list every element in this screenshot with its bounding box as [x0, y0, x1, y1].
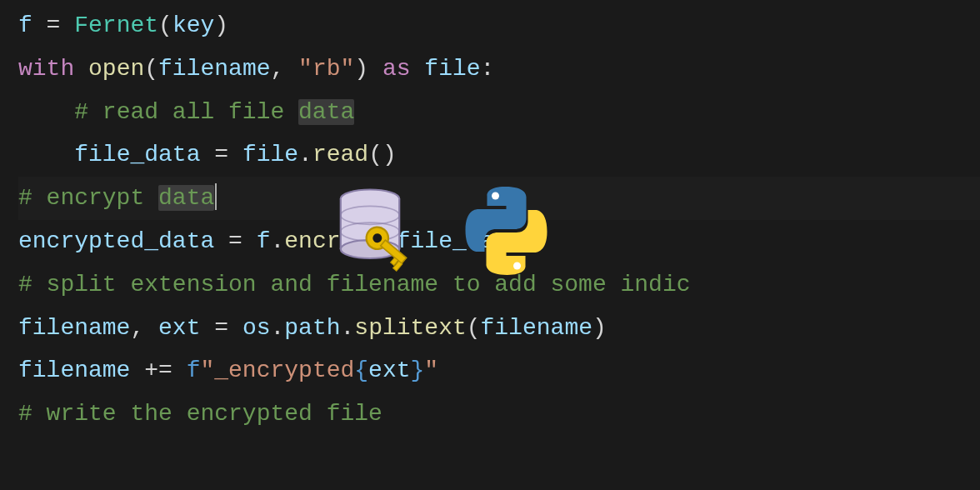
argument: filename: [481, 315, 592, 341]
paren: ): [592, 315, 607, 341]
operator: =: [200, 315, 242, 341]
code-line-4[interactable]: file_data = file.read(): [18, 133, 980, 177]
paren: ): [214, 12, 228, 38]
variable: file: [424, 56, 480, 82]
class-name: Fernet: [74, 12, 158, 38]
dot: .: [270, 315, 284, 341]
code-line-8[interactable]: filename, ext = os.path.splitext(filenam…: [18, 307, 980, 350]
paren: ): [522, 228, 537, 254]
paren: (: [158, 12, 172, 38]
operator: =: [200, 142, 242, 168]
comment: # read all file: [74, 99, 298, 125]
indent: [18, 142, 74, 168]
comment-highlighted: data: [158, 185, 214, 211]
dot: .: [298, 142, 312, 168]
code-line-9[interactable]: filename += f"_encrypted{ext}": [18, 349, 980, 392]
paren: ): [354, 56, 368, 82]
variable: ext: [158, 315, 200, 341]
string-literal: ": [424, 358, 438, 383]
code-line-1[interactable]: f = Fernet(key): [18, 4, 980, 48]
comma: ,: [130, 315, 158, 341]
parens: (): [368, 142, 397, 168]
fstring-expr: ext: [368, 358, 410, 383]
space: [411, 56, 425, 82]
colon: :: [481, 56, 495, 82]
submodule: path: [284, 315, 340, 341]
code-line-10[interactable]: # write the encrypted file: [18, 392, 980, 436]
comment: # encrypt: [18, 185, 158, 211]
variable: f: [18, 12, 32, 38]
operator: =: [32, 12, 74, 38]
function-call: splitext: [354, 315, 466, 341]
module: os: [242, 315, 271, 341]
fstring-brace: }: [411, 358, 425, 383]
indent: [18, 99, 74, 125]
builtin-open: open: [88, 56, 144, 82]
argument: key: [172, 12, 214, 38]
comment: # split extension and filename to add so…: [18, 272, 691, 298]
method-call: read: [312, 142, 368, 168]
code-line-5[interactable]: # encrypt data: [18, 177, 980, 220]
code-editor[interactable]: f = Fernet(key) with open(filename, "rb"…: [0, 0, 980, 436]
string-literal: "rb": [298, 56, 354, 82]
dot: .: [341, 315, 355, 341]
code-line-6[interactable]: encrypted_data = f.encrypt(file_data): [18, 220, 980, 263]
keyword-with: with: [18, 56, 74, 82]
paren: (: [467, 315, 481, 341]
string-literal: "_encrypted: [200, 358, 354, 383]
variable: file_data: [74, 142, 200, 168]
comment-highlighted: data: [298, 99, 354, 125]
code-line-2[interactable]: with open(filename, "rb") as file:: [18, 48, 980, 91]
operator: +=: [130, 358, 186, 383]
comma: ,: [270, 56, 298, 82]
variable: filename: [18, 358, 130, 383]
code-line-3[interactable]: # read all file data: [18, 91, 980, 134]
space: [368, 56, 382, 82]
variable: filename: [18, 315, 130, 341]
dot: .: [270, 228, 284, 254]
code-line-7[interactable]: # split extension and filename to add so…: [18, 263, 980, 307]
paren: (: [144, 56, 158, 82]
space: [74, 56, 88, 82]
fstring-prefix: f: [187, 358, 201, 383]
comment: # write the encrypted file: [18, 401, 382, 427]
paren: (: [382, 228, 397, 254]
fstring-brace: {: [354, 358, 368, 383]
variable: encrypted_data: [18, 228, 214, 254]
argument: filename: [158, 56, 270, 82]
object: f: [257, 228, 271, 254]
keyword-as: as: [382, 56, 411, 82]
cursor: [215, 183, 217, 210]
operator: =: [214, 228, 256, 254]
object: file: [242, 142, 298, 168]
method-call: encrypt: [284, 228, 382, 254]
argument: file_data: [397, 228, 522, 254]
